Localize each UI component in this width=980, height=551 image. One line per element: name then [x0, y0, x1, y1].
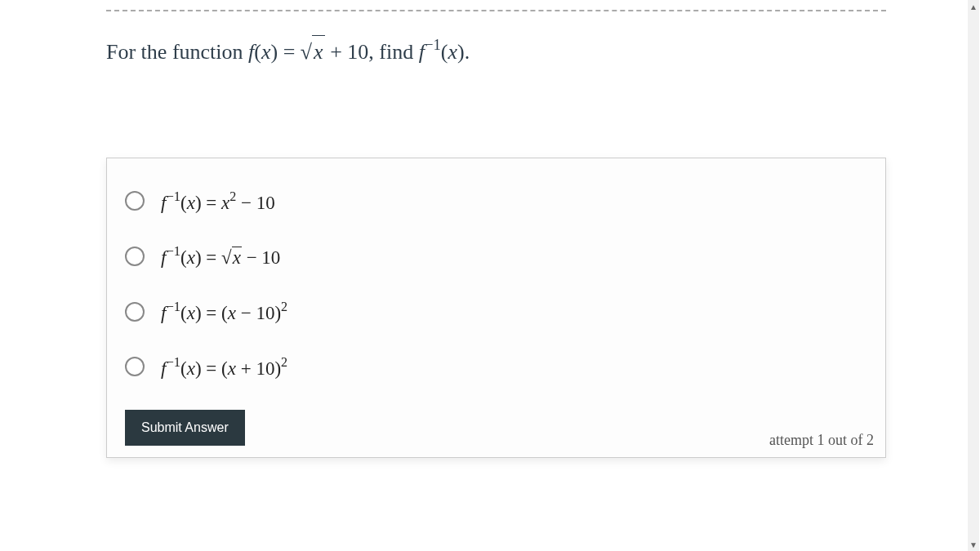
- option-4: f−1(x) = (x + 10)2: [125, 355, 867, 380]
- option-2: f−1(x) = √x − 10: [125, 244, 867, 269]
- plus-ten: + 10: [325, 40, 369, 64]
- inv-fn-name: f: [419, 40, 425, 64]
- radio-option-4[interactable]: [125, 357, 145, 376]
- inverse-exp: −1: [425, 36, 441, 53]
- question-prompt: For the function f(x) = x + 10, find f−1…: [106, 34, 886, 68]
- option-3-math: f−1(x) = (x − 10)2: [161, 300, 287, 324]
- question-prefix: For the function: [106, 40, 248, 64]
- option-1-math: f−1(x) = x2 − 10: [161, 189, 275, 214]
- fn-arg: x: [261, 40, 271, 64]
- option-2-math: f−1(x) = √x − 10: [161, 244, 280, 269]
- option-4-math: f−1(x) = (x + 10)2: [161, 355, 287, 380]
- radio-option-1[interactable]: [125, 191, 145, 211]
- answer-panel: f−1(x) = x2 − 10 f−1(x) = √x − 10 f−1(x)…: [106, 158, 886, 459]
- scrollbar[interactable]: ▲ ▼: [968, 0, 979, 551]
- section-divider: [106, 10, 886, 11]
- radio-option-2[interactable]: [125, 247, 145, 266]
- option-1: f−1(x) = x2 − 10: [125, 189, 867, 214]
- sqrt-arg: x: [314, 40, 323, 64]
- option-3: f−1(x) = (x − 10)2: [125, 300, 867, 324]
- find-text: , find: [368, 40, 418, 64]
- submit-button[interactable]: Submit Answer: [125, 410, 245, 446]
- inv-fn-arg: x: [448, 40, 458, 64]
- period: .: [465, 40, 470, 64]
- scroll-track[interactable]: [968, 13, 979, 538]
- radio-option-3[interactable]: [125, 302, 145, 322]
- sqrt-icon: [301, 40, 312, 64]
- scroll-down-icon[interactable]: ▼: [968, 538, 979, 551]
- attempt-counter: attempt 1 out of 2: [769, 432, 874, 449]
- equals: =: [278, 40, 301, 64]
- scroll-up-icon[interactable]: ▲: [968, 0, 979, 13]
